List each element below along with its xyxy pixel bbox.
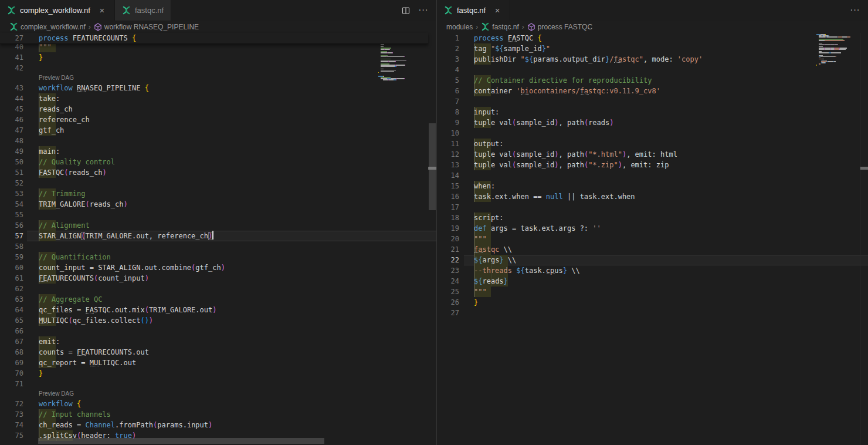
breadcrumb-item[interactable]: fastqc.nf	[481, 22, 518, 31]
code-token: args	[482, 256, 499, 264]
code-token: )	[212, 306, 216, 314]
tab-close-icon[interactable]: ×	[492, 5, 503, 16]
code-token: tuple val	[474, 119, 512, 127]
line-number: 58	[0, 241, 23, 252]
breadcrumb-separator: ›	[476, 23, 478, 31]
line-number: 3	[437, 54, 459, 65]
vertical-scrollbar[interactable]	[860, 33, 868, 445]
line-number: 73	[0, 409, 23, 420]
scrollbar-thumb[interactable]	[38, 438, 324, 444]
code-text: ch_reads = Channel.fromPath(params.input…	[39, 420, 212, 430]
code-line: 70}	[0, 368, 436, 379]
code-token	[73, 400, 77, 408]
code-text: container 'biocontainers/fastqc:v0.11.9_…	[474, 86, 660, 96]
minimap[interactable]	[816, 34, 856, 68]
more-actions-button[interactable]: ···	[848, 4, 862, 18]
line-number: 10	[437, 128, 459, 139]
code-token: qc_report =	[39, 359, 90, 367]
line-number: 8	[437, 107, 459, 117]
code-text: script:	[474, 213, 504, 223]
more-actions-button[interactable]: ···	[416, 4, 430, 18]
code-text: take:	[39, 93, 60, 104]
code-text: emit:	[39, 336, 60, 347]
codelens-preview-dag[interactable]: Preview DAG	[0, 389, 436, 399]
breadcrumb-item[interactable]: complex_workflow.nf	[9, 22, 86, 31]
code-text: fastqc \\	[474, 244, 512, 255]
breadcrumb-label: process FASTQC	[538, 23, 592, 31]
code-token: ${	[525, 55, 533, 63]
code-comment: // Aggregate QC	[39, 295, 102, 304]
tab-complex_workflow.nf[interactable]: complex_workflow.nf×	[0, 0, 115, 21]
code-token: FEATURECOUNTS	[77, 348, 132, 356]
line-number: 57	[0, 231, 23, 241]
code-token: ${	[474, 277, 482, 285]
sticky-scroll-line[interactable]: 27process FEATURECOUNTS {	[0, 33, 428, 44]
code-token: FASTQC	[39, 168, 64, 177]
code-line: 45reads_ch	[0, 104, 436, 114]
overview-ruler-border	[860, 33, 860, 445]
line-number: 11	[437, 139, 459, 149]
vertical-scrollbar[interactable]	[428, 33, 436, 445]
code-token: (	[145, 306, 149, 314]
code-token: .out	[132, 348, 149, 356]
tab-label: fastqc.nf	[135, 6, 164, 15]
breadcrumb-label: fastqc.nf	[492, 23, 518, 31]
code-token: TRIM_GALORE.out	[149, 306, 212, 314]
line-number: 5	[437, 75, 459, 86]
code-line: 23--threads ${task.cpus} \\	[437, 265, 868, 276]
code-text: tuple val(sample_id), path("*.zip"), emi…	[474, 160, 669, 170]
breadcrumb-item[interactable]: process FASTQC	[527, 23, 592, 31]
code-token: process	[39, 34, 69, 42]
code-token: 'copy'	[677, 55, 703, 63]
code-text: gtf_ch	[39, 125, 64, 136]
line-number: 21	[437, 244, 459, 255]
ellipsis-icon: ···	[419, 5, 429, 14]
breadcrumb-item[interactable]: modules	[446, 23, 473, 31]
code-token: ${	[474, 256, 482, 264]
code-token	[73, 84, 77, 92]
tab-fastqc.nf[interactable]: fastqc.nf×	[437, 0, 510, 21]
code-token: sample_id	[516, 161, 554, 169]
split-editor-button[interactable]	[399, 4, 413, 18]
line-number: 59	[0, 252, 23, 262]
code-token: }	[39, 53, 43, 62]
code-line: 15when:	[437, 181, 868, 191]
line-number: 70	[0, 368, 23, 379]
code-line: 27	[437, 308, 868, 318]
code-token: """	[474, 235, 487, 243]
horizontal-scrollbar[interactable]	[0, 438, 428, 444]
code-text: def args = task.ext.args ?: ''	[474, 223, 601, 234]
code-line: 72workflow {	[0, 399, 436, 409]
code-token: )	[208, 421, 212, 429]
line-number: 41	[0, 52, 23, 63]
code-line: 7	[437, 96, 868, 107]
codelens-preview-dag[interactable]: Preview DAG	[0, 73, 436, 83]
line-number: 51	[0, 167, 23, 178]
code-line: 59// Quantification	[0, 252, 436, 262]
line-number: 55	[0, 210, 23, 220]
code-line: 20"""	[437, 234, 868, 244]
code-token: }	[499, 256, 503, 264]
vscode-workbench: complex_workflow.nf×fastqc.nf··· complex…	[0, 0, 868, 445]
tab-close-icon[interactable]: ×	[97, 5, 107, 16]
code-token: }	[504, 277, 508, 285]
code-line: 12tuple val(sample_id), path("*.html"), …	[437, 149, 868, 160]
line-number: 2	[437, 43, 459, 54]
code-editor-right[interactable]: 1process FASTQC {2tag "${sample_id}"3pub…	[437, 33, 868, 445]
tab-fastqc.nf[interactable]: fastqc.nf	[115, 0, 171, 21]
code-token: , path	[559, 161, 584, 169]
code-text: """	[474, 286, 487, 297]
line-number: 17	[437, 202, 459, 213]
line-number: 15	[437, 181, 459, 191]
code-token: main:	[39, 147, 60, 156]
code-editor-left[interactable]: 40"""41}42Preview DAG43workflow RNASEQ_P…	[0, 33, 436, 445]
breadcrumb-item[interactable]: workflow RNASEQ_PIPELINE	[94, 23, 199, 31]
code-line: 6container 'biocontainers/fastqc:v0.11.9…	[437, 86, 868, 96]
code-token: "*.zip"	[588, 161, 618, 169]
code-line: 54TRIM_GALORE(reads_ch)	[0, 199, 436, 210]
code-line: 56// Alignment	[0, 220, 436, 231]
code-token: {	[77, 400, 81, 408]
code-comment: // Input channels	[39, 410, 111, 419]
line-number: 74	[0, 420, 23, 430]
editor-group-left: complex_workflow.nf×fastqc.nf··· complex…	[0, 0, 436, 445]
